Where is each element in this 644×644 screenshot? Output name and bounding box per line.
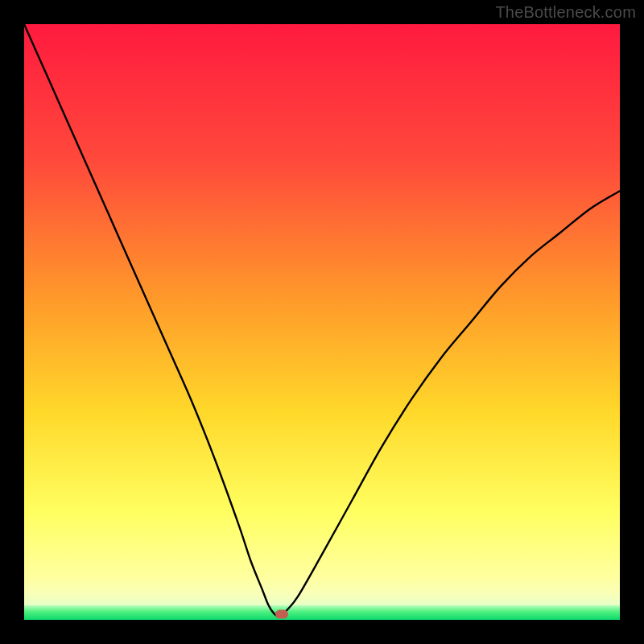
chart-frame: TheBottleneck.com xyxy=(0,0,644,644)
optimal-marker xyxy=(275,610,288,619)
watermark-text: TheBottleneck.com xyxy=(495,3,636,22)
bottleneck-curve xyxy=(24,24,620,620)
plot-area xyxy=(24,24,620,620)
